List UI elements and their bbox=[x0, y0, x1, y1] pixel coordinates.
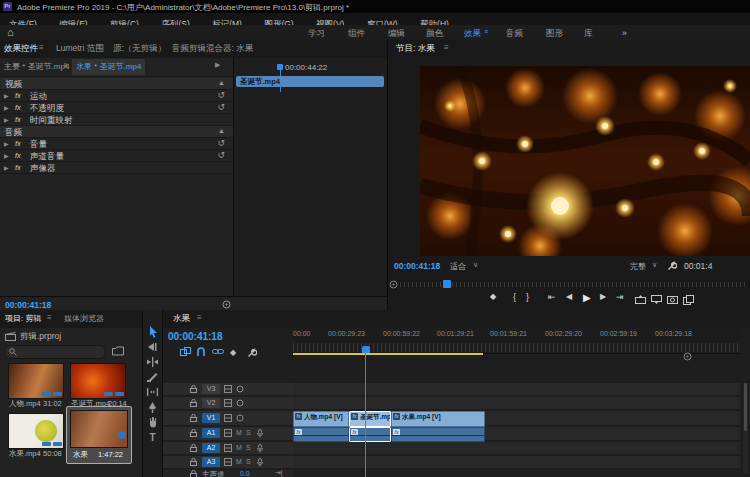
project-item-name[interactable]: 人物.mp4 bbox=[9, 399, 41, 409]
track-header-a1[interactable]: A1 M S bbox=[163, 427, 293, 440]
effects-section-audio[interactable]: 音频 ▲ bbox=[0, 126, 233, 138]
go-to-out-icon[interactable]: ⇥ bbox=[616, 292, 624, 302]
play-icon[interactable]: ▶ bbox=[583, 292, 591, 303]
track-header-v1[interactable]: V1 bbox=[163, 411, 293, 425]
track-header-a3[interactable]: A3 M S bbox=[163, 456, 293, 468]
step-back-icon[interactable]: ◀ bbox=[566, 292, 572, 301]
master-level-value[interactable]: 0.0 bbox=[240, 470, 250, 477]
step-forward-icon[interactable]: ▶ bbox=[600, 292, 606, 301]
effect-row-channel-volume[interactable]: ▶ fx 声道音量 ↺ bbox=[0, 150, 233, 162]
project-item-thumbnail[interactable] bbox=[8, 413, 64, 449]
track-lane-a2[interactable] bbox=[293, 442, 740, 454]
video-preview[interactable] bbox=[420, 66, 750, 256]
mute-button[interactable]: M bbox=[236, 458, 242, 465]
tab-lumetri-scopes[interactable]: Lumetri 范围 bbox=[56, 43, 104, 55]
workspace-tab-editing[interactable]: 编辑 bbox=[388, 28, 405, 40]
pen-tool[interactable] bbox=[146, 401, 159, 413]
hand-tool[interactable] bbox=[146, 416, 159, 428]
playback-resolution-select[interactable]: 完整 bbox=[630, 261, 646, 272]
mute-button[interactable]: M bbox=[236, 444, 242, 451]
project-item-name[interactable]: 水果.mp4 bbox=[9, 449, 41, 459]
master-track-header[interactable]: 主声道 0.0 ⇥| bbox=[163, 470, 293, 477]
timeline-audio-clip-christmas-selected[interactable]: fx bbox=[349, 427, 391, 442]
new-bin-folder-icon[interactable] bbox=[112, 346, 124, 356]
home-icon[interactable]: ⌂ bbox=[7, 26, 14, 38]
workspace-tab-audio[interactable]: 音频 bbox=[506, 28, 523, 40]
reset-icon[interactable]: ↺ bbox=[217, 90, 225, 100]
reset-icon[interactable]: ↺ bbox=[217, 150, 225, 160]
timeline-clip-christmas-selected[interactable]: fx 圣诞节.mp4 bbox=[349, 411, 391, 427]
lock-icon[interactable] bbox=[190, 385, 197, 393]
effect-row-time-remapping[interactable]: ▶ fx 时间重映射 bbox=[0, 114, 233, 126]
reset-icon[interactable]: ↺ bbox=[217, 138, 225, 148]
chevron-down-icon[interactable]: ∨ bbox=[63, 61, 68, 69]
workspace-tab-learn[interactable]: 学习 bbox=[308, 28, 325, 40]
zoom-knob-icon[interactable] bbox=[222, 300, 231, 309]
fit-timeline-icon[interactable]: ⇥| bbox=[275, 469, 283, 477]
tab-media-browser[interactable]: 媒体浏览器 bbox=[64, 313, 104, 324]
timeline-audio-clip-people[interactable]: fx bbox=[293, 427, 349, 442]
track-name[interactable]: V2 bbox=[202, 398, 220, 408]
mini-timeline-clip[interactable]: 圣诞节.mp4 bbox=[236, 76, 384, 87]
track-lane-a3[interactable] bbox=[293, 456, 740, 468]
track-header-v2[interactable]: V2 bbox=[163, 397, 293, 409]
mark-in-icon[interactable]: { bbox=[513, 292, 516, 302]
add-marker-icon[interactable]: ◆ bbox=[230, 348, 236, 357]
tab-audio-clip-mixer[interactable]: 音频剪辑混合器: 水果 bbox=[172, 43, 253, 55]
expand-icon[interactable]: ▶ bbox=[4, 92, 9, 99]
sync-lock-icon[interactable] bbox=[224, 399, 232, 407]
voiceover-mic-icon[interactable] bbox=[257, 429, 263, 438]
track-name[interactable]: V1 bbox=[202, 413, 220, 423]
effect-row-opacity[interactable]: ▶ fx 不透明度 ↺ bbox=[0, 102, 233, 114]
effect-row-panner[interactable]: ▶ fx 声像器 bbox=[0, 162, 233, 174]
sync-lock-icon[interactable] bbox=[224, 429, 232, 437]
effect-row-volume[interactable]: ▶ fx 音量 ↺ bbox=[0, 138, 233, 150]
workspace-tab-assembly[interactable]: 组件 bbox=[348, 28, 365, 40]
timeline-playhead-marker[interactable] bbox=[362, 346, 370, 353]
solo-button[interactable]: S bbox=[246, 458, 251, 465]
collapse-icon[interactable]: ▲ bbox=[218, 79, 225, 86]
panel-menu-icon[interactable]: ≡ bbox=[444, 43, 449, 52]
export-frame-camera-icon[interactable] bbox=[667, 295, 678, 304]
timeline-ruler[interactable]: 00:00 00:00:29:23 00:00:59:22 00:01:29:2… bbox=[293, 328, 740, 354]
effect-row-motion[interactable]: ▶ fx 运动 ↺ bbox=[0, 90, 233, 102]
project-file-name[interactable]: 剪辑.prproj bbox=[20, 331, 61, 343]
go-to-in-icon[interactable]: ⇤ bbox=[548, 292, 556, 302]
program-timecode[interactable]: 00:00:41:18 bbox=[394, 261, 440, 271]
timeline-expand-icon[interactable]: ▶ bbox=[215, 61, 220, 69]
workspace-tab-effects-menu-icon[interactable]: ≡ bbox=[484, 28, 488, 35]
tab-source-monitor[interactable]: 源:（无剪辑） bbox=[113, 43, 166, 55]
track-name[interactable]: V3 bbox=[202, 384, 220, 394]
workspace-overflow-icon[interactable]: » bbox=[622, 28, 627, 38]
solo-button[interactable]: S bbox=[246, 429, 251, 436]
toggle-track-output-eye-icon[interactable] bbox=[236, 414, 244, 422]
toggle-track-output-eye-icon[interactable] bbox=[236, 399, 244, 407]
tab-program-monitor[interactable]: 节目: 水果 bbox=[396, 43, 435, 55]
lock-icon[interactable] bbox=[190, 458, 197, 466]
sync-lock-icon[interactable] bbox=[224, 444, 232, 452]
expand-icon[interactable]: ▶ bbox=[4, 152, 9, 159]
lock-icon[interactable] bbox=[190, 444, 197, 452]
mark-out-icon[interactable]: } bbox=[526, 292, 529, 302]
expand-icon[interactable]: ▶ bbox=[4, 164, 9, 171]
reset-icon[interactable]: ↺ bbox=[217, 102, 225, 112]
search-box[interactable] bbox=[4, 345, 106, 359]
search-input[interactable] bbox=[19, 346, 105, 359]
linked-selection-icon[interactable] bbox=[212, 347, 224, 356]
chevron-down-icon[interactable]: ∨ bbox=[473, 261, 478, 269]
sync-lock-icon[interactable] bbox=[224, 458, 232, 466]
track-select-forward-tool[interactable] bbox=[146, 341, 159, 353]
scrubber-knob-icon[interactable] bbox=[389, 280, 398, 289]
mute-button[interactable]: M bbox=[236, 429, 242, 436]
track-name[interactable]: A3 bbox=[202, 457, 220, 467]
tab-sequence-fruit[interactable]: 水果 bbox=[173, 313, 190, 325]
lift-icon[interactable] bbox=[635, 295, 646, 304]
panel-divider[interactable] bbox=[233, 58, 234, 296]
track-header-a2[interactable]: A2 M S bbox=[163, 442, 293, 454]
slip-tool[interactable] bbox=[146, 386, 159, 398]
program-playhead[interactable] bbox=[443, 280, 451, 288]
solo-button[interactable]: S bbox=[246, 444, 251, 451]
project-item-thumbnail[interactable] bbox=[8, 363, 64, 399]
tab-effect-controls[interactable]: 效果控件 bbox=[4, 43, 38, 55]
panel-menu-icon[interactable]: ≡ bbox=[197, 313, 202, 322]
